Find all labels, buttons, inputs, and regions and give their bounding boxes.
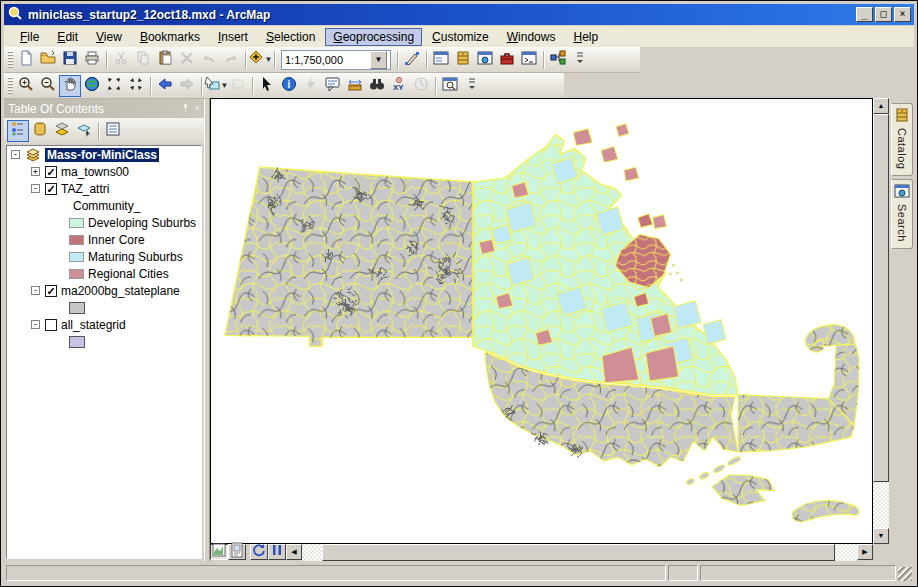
menu-geoprocessing[interactable]: Geoprocessing bbox=[325, 28, 422, 46]
go-to-xy-button[interactable]: XY bbox=[388, 75, 410, 97]
legend-swatch[interactable] bbox=[69, 302, 85, 314]
forward-extent-button[interactable] bbox=[176, 75, 198, 97]
expander-minus-icon[interactable]: - bbox=[31, 286, 40, 295]
new-document-button[interactable] bbox=[15, 49, 37, 71]
dataframe-label[interactable]: Mass-for-MiniClass bbox=[45, 148, 159, 162]
layer-label[interactable]: TAZ_attri bbox=[61, 182, 109, 196]
toc-row-developing-suburbs[interactable]: Developing Suburbs bbox=[7, 214, 201, 231]
map-canvas[interactable] bbox=[210, 98, 873, 544]
search-window-button[interactable] bbox=[474, 49, 496, 71]
list-by-drawing-order-button[interactable] bbox=[7, 120, 29, 142]
time-slider-button[interactable] bbox=[410, 75, 432, 97]
list-by-visibility-button[interactable] bbox=[51, 120, 73, 142]
class-label[interactable]: Developing Suburbs bbox=[88, 216, 196, 230]
close-button[interactable]: × bbox=[894, 7, 911, 22]
legend-swatch[interactable] bbox=[69, 269, 84, 279]
toc-row-class[interactable] bbox=[7, 299, 201, 316]
paste-button[interactable] bbox=[154, 49, 176, 71]
toc-row-regional-cities[interactable]: Regional Cities bbox=[7, 265, 201, 282]
expander-minus-icon[interactable]: - bbox=[31, 320, 40, 329]
search-tab[interactable]: Search bbox=[891, 179, 913, 249]
toc-row-ma-towns00[interactable]: +✓ma_towns00 bbox=[7, 163, 201, 180]
layer-checkbox[interactable]: ✓ bbox=[45, 183, 57, 195]
menu-insert[interactable]: Insert bbox=[210, 28, 256, 46]
menu-bookmarks[interactable]: Bookmarks bbox=[132, 28, 208, 46]
class-label[interactable]: Regional Cities bbox=[88, 267, 169, 281]
clear-selection-button[interactable] bbox=[227, 75, 249, 97]
toolbar-options-button[interactable] bbox=[569, 49, 591, 71]
pan-tool-button[interactable] bbox=[59, 75, 81, 97]
legend-swatch[interactable] bbox=[69, 252, 84, 262]
editor-toolbar-button[interactable] bbox=[401, 49, 423, 71]
menu-help[interactable]: Help bbox=[565, 28, 606, 46]
map-vertical-scrollbar[interactable]: ▲ ▼ bbox=[873, 98, 889, 544]
class-label[interactable]: Inner Core bbox=[88, 233, 145, 247]
toc-options-button[interactable] bbox=[102, 120, 124, 142]
expander-minus-icon[interactable]: - bbox=[11, 150, 20, 159]
undo-button[interactable] bbox=[198, 49, 220, 71]
layer-checkbox[interactable]: ✓ bbox=[45, 166, 57, 178]
layer-label[interactable]: all_stategrid bbox=[61, 318, 126, 332]
scale-input[interactable] bbox=[282, 54, 370, 66]
list-by-source-button[interactable] bbox=[29, 120, 51, 142]
pause-drawing-button[interactable] bbox=[268, 544, 286, 560]
scroll-right-button[interactable]: ▶ bbox=[857, 544, 873, 560]
table-of-contents-window-button[interactable] bbox=[430, 49, 452, 71]
legend-swatch[interactable] bbox=[69, 235, 84, 245]
legend-swatch[interactable] bbox=[69, 218, 84, 228]
layer-checkbox[interactable]: ✓ bbox=[45, 285, 57, 297]
scroll-up-button[interactable]: ▲ bbox=[873, 98, 889, 114]
menu-edit[interactable]: Edit bbox=[49, 28, 86, 46]
catalog-tab[interactable]: Catalog bbox=[891, 103, 913, 176]
python-window-button[interactable] bbox=[518, 49, 540, 71]
vscroll-track[interactable] bbox=[873, 482, 889, 528]
scale-combobox[interactable]: ▼ bbox=[281, 50, 391, 70]
expander-plus-icon[interactable]: + bbox=[31, 167, 40, 176]
delete-button[interactable] bbox=[176, 49, 198, 71]
toc-row-taz-attri[interactable]: -✓TAZ_attri bbox=[7, 180, 201, 197]
class-label[interactable]: Maturing Suburbs bbox=[88, 250, 183, 264]
toc-row-ma2000bg-stateplane[interactable]: -✓ma2000bg_stateplane bbox=[7, 282, 201, 299]
back-extent-button[interactable] bbox=[154, 75, 176, 97]
field-label[interactable]: Community_ bbox=[73, 199, 140, 213]
hscroll-track-left[interactable] bbox=[302, 544, 322, 561]
redo-button[interactable] bbox=[220, 49, 242, 71]
scale-dropdown-button[interactable]: ▼ bbox=[370, 51, 387, 69]
print-button[interactable] bbox=[81, 49, 103, 71]
viewer-window-button[interactable] bbox=[439, 75, 461, 97]
toc-row-mass-for-miniclass[interactable]: -Mass-for-MiniClass bbox=[7, 146, 201, 163]
vscroll-thumb[interactable] bbox=[873, 114, 889, 482]
layer-label[interactable]: ma2000bg_stateplane bbox=[61, 284, 180, 298]
layer-checkbox[interactable] bbox=[45, 319, 57, 331]
pin-icon[interactable] bbox=[181, 103, 190, 115]
scroll-down-button[interactable]: ▼ bbox=[873, 528, 889, 544]
maximize-button[interactable]: □ bbox=[875, 7, 892, 22]
zoom-in-tool-button[interactable] bbox=[15, 75, 37, 97]
toc-row-all-stategrid[interactable]: -all_stategrid bbox=[7, 316, 201, 333]
copy-button[interactable] bbox=[132, 49, 154, 71]
identify-button[interactable]: i bbox=[278, 75, 300, 97]
menu-view[interactable]: View bbox=[88, 28, 130, 46]
zoom-out-tool-button[interactable] bbox=[37, 75, 59, 97]
toolbar-grip[interactable] bbox=[8, 77, 13, 95]
html-popup-button[interactable] bbox=[322, 75, 344, 97]
add-data-button[interactable]: ▼ bbox=[249, 49, 271, 71]
toolbar-options-button-2[interactable] bbox=[461, 75, 483, 97]
list-by-selection-button[interactable] bbox=[73, 120, 95, 142]
hscroll-track-right[interactable] bbox=[835, 544, 857, 561]
scroll-left-button[interactable]: ◀ bbox=[286, 544, 302, 560]
resize-grip[interactable] bbox=[898, 567, 912, 581]
hscroll-thumb[interactable] bbox=[322, 544, 835, 561]
close-icon[interactable]: × bbox=[194, 103, 200, 115]
toc-row-class[interactable] bbox=[7, 333, 201, 350]
legend-swatch[interactable] bbox=[69, 336, 85, 348]
save-button[interactable] bbox=[59, 49, 81, 71]
layout-view-button[interactable] bbox=[228, 544, 246, 560]
dropdown-caret-icon[interactable]: ▼ bbox=[265, 55, 273, 64]
catalog-window-button[interactable] bbox=[452, 49, 474, 71]
data-view-button[interactable] bbox=[210, 544, 228, 560]
arctoolbox-button[interactable] bbox=[496, 49, 518, 71]
hyperlink-button[interactable] bbox=[300, 75, 322, 97]
open-button[interactable] bbox=[37, 49, 59, 71]
cut-button[interactable] bbox=[110, 49, 132, 71]
